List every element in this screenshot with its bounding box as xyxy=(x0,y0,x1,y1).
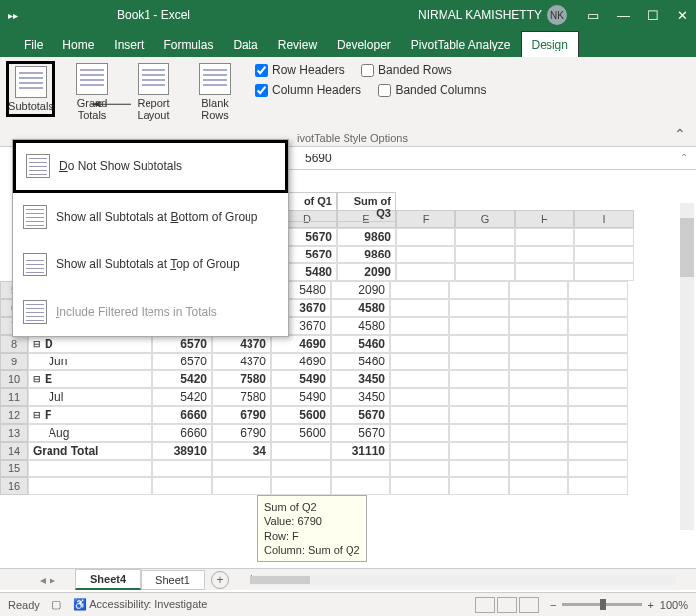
cell[interactable] xyxy=(390,353,449,370)
new-sheet-button[interactable]: + xyxy=(211,571,229,589)
blank-rows-button[interactable]: Blank Rows xyxy=(190,61,240,123)
collapse-ribbon-icon[interactable]: ⌃ xyxy=(674,126,686,142)
column-headers-checkbox[interactable]: Column Headers xyxy=(255,83,361,97)
banded-columns-checkbox[interactable]: Banded Columns xyxy=(378,83,486,97)
collapse-icon[interactable]: ⊟ xyxy=(33,374,41,384)
cell[interactable]: 5600 xyxy=(271,424,331,442)
cell[interactable]: 3450 xyxy=(331,370,390,388)
cell[interactable]: 5420 xyxy=(152,388,212,406)
cell[interactable] xyxy=(212,460,271,477)
do-not-show-subtotals[interactable]: Do Not Show Subtotals xyxy=(13,140,288,193)
tab-formulas[interactable]: Formulas xyxy=(153,32,223,57)
cell[interactable] xyxy=(509,424,568,442)
maximize-icon[interactable]: ☐ xyxy=(647,8,659,23)
cell[interactable]: Aug xyxy=(28,424,152,442)
cell[interactable] xyxy=(271,442,331,460)
cell[interactable]: 34 xyxy=(212,442,271,460)
tab-pivottable-analyze[interactable]: PivotTable Analyze xyxy=(401,32,521,57)
cell[interactable] xyxy=(449,281,509,299)
cell[interactable]: 6660 xyxy=(152,406,212,424)
macro-record-icon[interactable]: ▢ xyxy=(51,598,61,611)
cell[interactable]: 5670 xyxy=(331,424,390,442)
cell[interactable]: 4690 xyxy=(271,353,331,370)
cell[interactable] xyxy=(568,477,628,495)
cell[interactable]: 3450 xyxy=(331,388,390,406)
tab-file[interactable]: File xyxy=(14,32,52,57)
cell[interactable] xyxy=(449,406,509,424)
cell[interactable]: ⊟E xyxy=(28,370,152,388)
show-subtotals-top[interactable]: Show all Subtotals at Top of Group xyxy=(13,241,288,288)
cell[interactable] xyxy=(509,460,568,477)
row-header[interactable]: 15 xyxy=(0,460,28,477)
cell[interactable] xyxy=(390,370,449,388)
cell[interactable] xyxy=(568,406,628,424)
expand-formula-icon[interactable]: ⌃ xyxy=(680,153,688,163)
cell[interactable]: 31110 xyxy=(331,442,390,460)
col-header-h[interactable]: H xyxy=(515,210,574,228)
cell[interactable] xyxy=(390,335,449,353)
cell[interactable] xyxy=(390,299,449,317)
cell[interactable] xyxy=(509,317,568,335)
cell[interactable]: 2090 xyxy=(331,281,390,299)
cell[interactable] xyxy=(568,388,628,406)
cell[interactable]: 6570 xyxy=(152,335,212,353)
cell[interactable]: 6660 xyxy=(152,424,212,442)
row-header[interactable]: 9 xyxy=(0,353,28,370)
page-layout-view-icon[interactable] xyxy=(497,597,517,613)
cell[interactable]: 5600 xyxy=(271,406,331,424)
cell[interactable]: 6570 xyxy=(152,353,212,370)
vertical-scrollbar[interactable] xyxy=(680,203,694,530)
cell[interactable] xyxy=(449,460,509,477)
cell[interactable]: 5420 xyxy=(152,370,212,388)
page-break-view-icon[interactable] xyxy=(519,597,539,613)
cell[interactable]: 5670 xyxy=(331,406,390,424)
ribbon-display-icon[interactable]: ▭ xyxy=(587,8,599,23)
cell[interactable] xyxy=(449,317,509,335)
cell[interactable] xyxy=(449,353,509,370)
minimize-icon[interactable]: — xyxy=(617,8,630,23)
cell[interactable] xyxy=(509,477,568,495)
row-header[interactable]: 11 xyxy=(0,388,28,406)
cell[interactable] xyxy=(390,317,449,335)
tab-data[interactable]: Data xyxy=(223,32,267,57)
cell[interactable]: 5460 xyxy=(331,353,390,370)
cell[interactable] xyxy=(449,335,509,353)
cell[interactable] xyxy=(271,477,331,495)
row-header[interactable]: 14 xyxy=(0,442,28,460)
cell[interactable] xyxy=(568,370,628,388)
cell[interactable] xyxy=(331,477,390,495)
sheet-nav[interactable]: ◂▸ xyxy=(40,573,55,587)
cell[interactable] xyxy=(568,317,628,335)
cell[interactable] xyxy=(568,460,628,477)
cell[interactable] xyxy=(390,388,449,406)
subtotals-button[interactable]: Subtotals xyxy=(6,61,55,117)
cell[interactable] xyxy=(568,424,628,442)
tab-developer[interactable]: Developer xyxy=(327,32,401,57)
cell[interactable]: 6790 xyxy=(212,424,271,442)
cell[interactable] xyxy=(331,460,390,477)
cell[interactable] xyxy=(449,442,509,460)
cell[interactable]: 4690 xyxy=(271,335,331,353)
row-header[interactable]: 8 xyxy=(0,335,28,353)
cell[interactable]: Grand Total xyxy=(28,442,152,460)
row-header[interactable]: 16 xyxy=(0,477,28,495)
cell[interactable]: Jul xyxy=(28,388,152,406)
cell[interactable] xyxy=(568,442,628,460)
cell[interactable] xyxy=(509,335,568,353)
cell[interactable]: 7580 xyxy=(212,370,271,388)
col-header-i[interactable]: I xyxy=(574,210,634,228)
horizontal-scrollbar[interactable]: ⁞ xyxy=(249,575,676,585)
cell[interactable] xyxy=(509,370,568,388)
accessibility-status[interactable]: ♿ Accessibility: Investigate xyxy=(73,598,208,611)
cell[interactable]: Jun xyxy=(28,353,152,370)
col-header-g[interactable]: G xyxy=(455,210,515,228)
sheet-tab-sheet4[interactable]: Sheet4 xyxy=(75,569,141,590)
cell[interactable] xyxy=(152,460,212,477)
cell[interactable] xyxy=(390,460,449,477)
cell[interactable] xyxy=(509,299,568,317)
row-header[interactable]: 13 xyxy=(0,424,28,442)
banded-rows-checkbox[interactable]: Banded Rows xyxy=(361,63,452,77)
cell[interactable] xyxy=(509,388,568,406)
show-subtotals-bottom[interactable]: Show all Subtotals at Bottom of Group xyxy=(13,193,288,241)
ribbon-collapse-icon[interactable]: ▸▸ xyxy=(8,10,18,21)
